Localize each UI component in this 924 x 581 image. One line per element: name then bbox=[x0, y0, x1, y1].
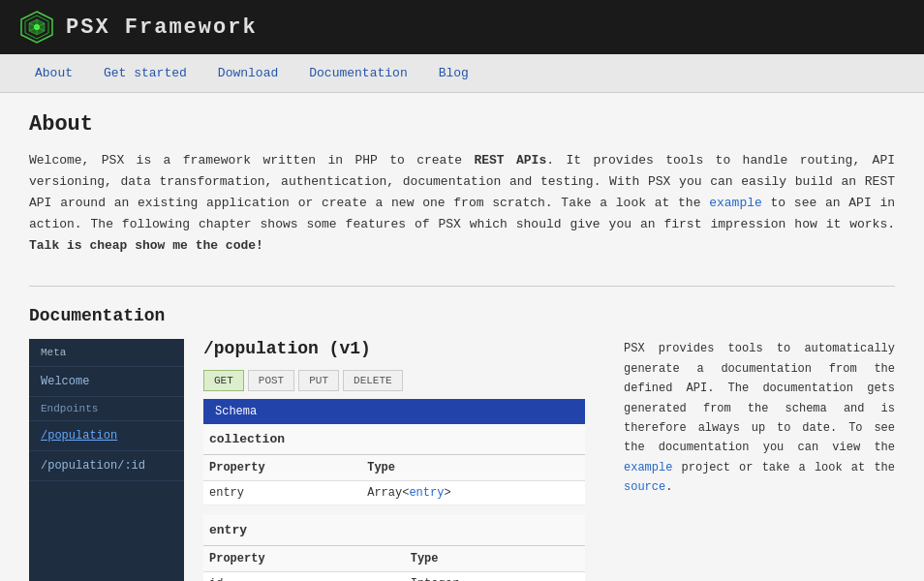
method-buttons: GET POST PUT DELETE bbox=[203, 370, 585, 391]
nav-about[interactable]: About bbox=[19, 54, 88, 92]
doc-example-link[interactable]: example bbox=[624, 461, 672, 474]
collection-row-0-type: Array<entry> bbox=[361, 481, 585, 505]
collection-table: collection Property Type entry Array<ent… bbox=[203, 424, 585, 505]
method-delete-button[interactable]: DELETE bbox=[343, 370, 403, 391]
site-header: PSX Framework bbox=[0, 0, 924, 54]
table-row: id Integer bbox=[203, 572, 585, 581]
collection-title: collection bbox=[203, 424, 585, 455]
site-title: PSX Framework bbox=[66, 15, 258, 40]
about-example-link[interactable]: example bbox=[709, 196, 762, 210]
about-bold-2: Talk is cheap show me the code! bbox=[29, 238, 263, 253]
doc-main: /population (v1) GET POST PUT DELETE Sch… bbox=[184, 339, 604, 581]
documentation-section: Documentation Meta Welcome Endpoints /po… bbox=[29, 306, 895, 581]
about-text-1: Welcome, PSX is a framework written in P… bbox=[29, 153, 474, 168]
method-get-button[interactable]: GET bbox=[203, 370, 244, 391]
entry-table: entry Property Type id Integer place Int… bbox=[203, 515, 585, 581]
sidebar-item-population-id[interactable]: /population/:id bbox=[29, 451, 184, 481]
section-divider bbox=[29, 286, 895, 287]
about-paragraph: Welcome, PSX is a framework written in P… bbox=[29, 150, 895, 257]
main-content: About Welcome, PSX is a framework writte… bbox=[0, 93, 924, 581]
entry-col-type: Type bbox=[405, 546, 585, 572]
sidebar-item-population[interactable]: /population bbox=[29, 421, 184, 451]
entry-type-link[interactable]: entry bbox=[409, 486, 444, 500]
nav-download[interactable]: Download bbox=[202, 54, 293, 92]
sidebar-item-welcome[interactable]: Welcome bbox=[29, 367, 184, 397]
collection-row-0-property: entry bbox=[203, 481, 361, 505]
method-put-button[interactable]: PUT bbox=[298, 370, 339, 391]
method-post-button[interactable]: POST bbox=[248, 370, 294, 391]
table-row: entry Array<entry> bbox=[203, 481, 585, 505]
doc-source-link[interactable]: source bbox=[624, 480, 665, 494]
doc-sidebar: Meta Welcome Endpoints /population /popu… bbox=[29, 339, 184, 581]
doc-right-text-1: PSX provides tools to automatically gene… bbox=[624, 342, 895, 454]
sidebar-category-endpoints: Endpoints bbox=[29, 397, 184, 421]
entry-row-0-property: id bbox=[203, 572, 405, 581]
about-bold-1: REST APIs bbox=[474, 153, 546, 168]
schema-header: Schema bbox=[203, 399, 585, 424]
doc-right-text-3: . bbox=[665, 480, 672, 494]
doc-right-panel: PSX provides tools to automatically gene… bbox=[604, 339, 895, 581]
entry-row-0-type: Integer bbox=[405, 572, 585, 581]
doc-layout: Meta Welcome Endpoints /population /popu… bbox=[29, 339, 895, 581]
collection-col-type: Type bbox=[361, 455, 585, 481]
collection-col-property: Property bbox=[203, 455, 361, 481]
doc-right-text: PSX provides tools to automatically gene… bbox=[624, 339, 895, 497]
api-endpoint-title: /population (v1) bbox=[203, 339, 585, 358]
nav-get-started[interactable]: Get started bbox=[88, 54, 202, 92]
logo-icon bbox=[19, 10, 54, 45]
entry-title: entry bbox=[203, 515, 585, 546]
nav-blog[interactable]: Blog bbox=[423, 54, 484, 92]
about-title: About bbox=[29, 112, 895, 137]
entry-col-property: Property bbox=[203, 546, 405, 572]
nav-documentation[interactable]: Documentation bbox=[293, 54, 422, 92]
sidebar-category-meta: Meta bbox=[29, 339, 184, 367]
documentation-title: Documentation bbox=[29, 306, 895, 325]
navbar: About Get started Download Documentation… bbox=[0, 54, 924, 93]
doc-right-text-2: project or take a look at the bbox=[672, 461, 895, 474]
about-section: About Welcome, PSX is a framework writte… bbox=[29, 112, 895, 257]
